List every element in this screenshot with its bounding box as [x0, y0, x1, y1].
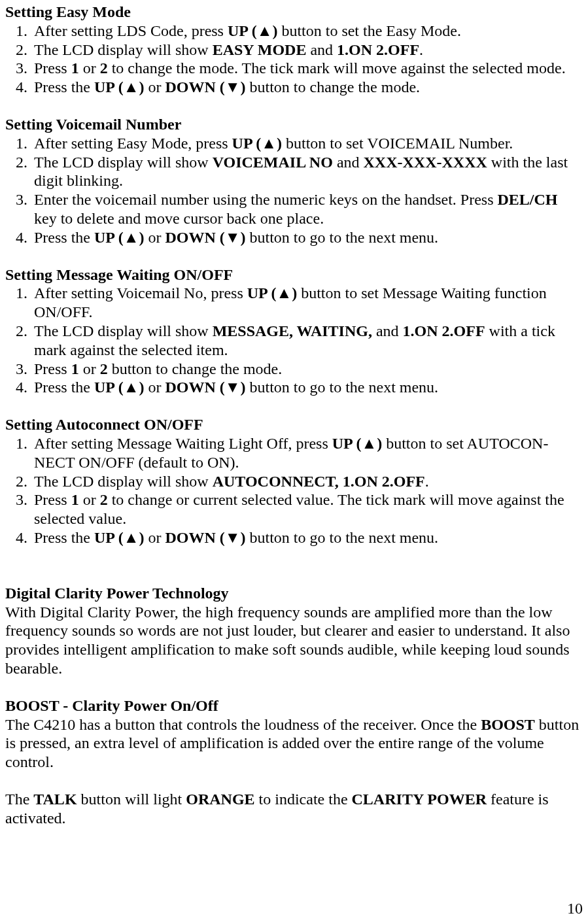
list-message-waiting: After setting Voicemail No, press UP (▲)…	[5, 284, 583, 397]
list-item: Press 1 or 2 to change the mode. The tic…	[31, 59, 583, 78]
list-easy-mode: After setting LDS Code, press UP (▲) but…	[5, 22, 583, 97]
list-item: The LCD display will show EASY MODE and …	[31, 41, 583, 60]
list-item: Press the UP (▲) or DOWN (▼) button to g…	[31, 228, 583, 247]
heading-autoconnect: Setting Autoconnect ON/OFF	[5, 415, 583, 434]
section-message-waiting: Setting Message Waiting ON/OFF After set…	[5, 265, 583, 398]
section-voicemail: Setting Voicemail Number After setting E…	[5, 115, 583, 247]
para-boost-2: The TALK button will light ORANGE to ind…	[5, 790, 583, 828]
list-item: Enter the voicemail number using the num…	[31, 190, 583, 228]
list-item: The LCD display will show MESSAGE, WAITI…	[31, 322, 583, 360]
list-autoconnect: After setting Message Waiting Light Off,…	[5, 434, 583, 547]
list-item: Press the UP (▲) or DOWN (▼) button to g…	[31, 378, 583, 397]
section-boost: BOOST - Clarity Power On/Off The C4210 h…	[5, 696, 583, 828]
list-item: After setting Message Waiting Light Off,…	[31, 434, 583, 472]
list-item: Press the UP (▲) or DOWN (▼) button to g…	[31, 528, 583, 547]
page-number: 10	[5, 899, 583, 918]
list-voicemail: After setting Easy Mode, press UP (▲) bu…	[5, 134, 583, 247]
heading-voicemail: Setting Voicemail Number	[5, 115, 583, 134]
section-digital-clarity: Digital Clarity Power Technology With Di…	[5, 584, 583, 678]
list-item: Press 1 or 2 to change or current select…	[31, 490, 583, 528]
section-easy-mode: Setting Easy Mode After setting LDS Code…	[5, 3, 583, 97]
list-item: After setting LDS Code, press UP (▲) but…	[31, 22, 583, 41]
heading-boost: BOOST - Clarity Power On/Off	[5, 696, 583, 715]
para-boost-1: The C4210 has a button that controls the…	[5, 715, 583, 772]
para-digital-clarity: With Digital Clarity Power, the high fre…	[5, 603, 583, 678]
list-item: After setting Voicemail No, press UP (▲)…	[31, 284, 583, 322]
list-item: The LCD display will show VOICEMAIL NO a…	[31, 153, 583, 191]
heading-digital-clarity: Digital Clarity Power Technology	[5, 584, 583, 603]
list-item: Press 1 or 2 button to change the mode.	[31, 360, 583, 379]
heading-message-waiting: Setting Message Waiting ON/OFF	[5, 265, 583, 284]
list-item: After setting Easy Mode, press UP (▲) bu…	[31, 134, 583, 153]
list-item: The LCD display will show AUTOCONNECT, 1…	[31, 472, 583, 491]
section-autoconnect: Setting Autoconnect ON/OFF After setting…	[5, 415, 583, 547]
heading-easy-mode: Setting Easy Mode	[5, 3, 583, 22]
list-item: Press the UP (▲) or DOWN (▼) button to c…	[31, 78, 583, 97]
